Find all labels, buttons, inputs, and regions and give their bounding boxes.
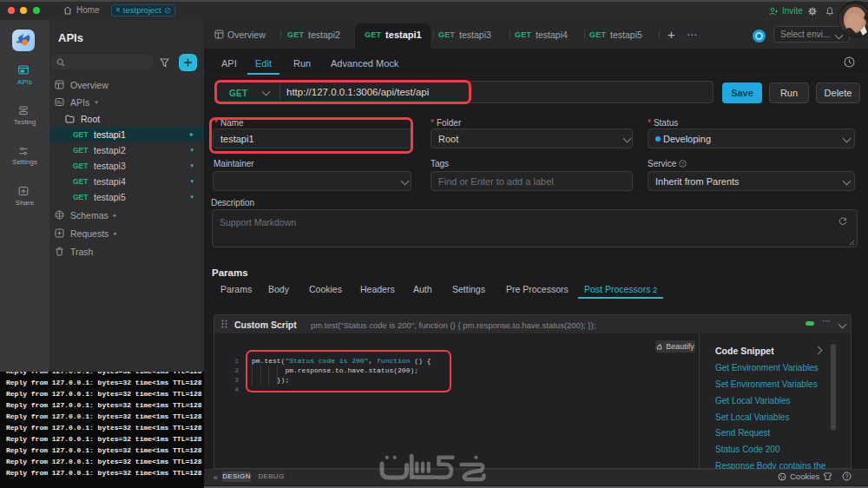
svg-text:?: ? (681, 162, 684, 167)
svg-text:?: ? (845, 473, 849, 479)
svg-text:Rs: Rs (57, 100, 63, 105)
